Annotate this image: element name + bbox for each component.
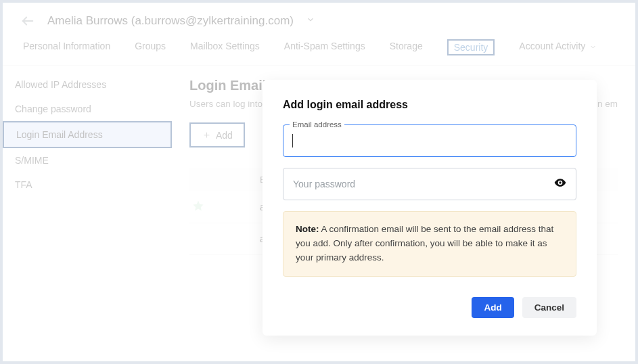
password-input[interactable] <box>283 168 576 200</box>
sidebar-item-smime[interactable]: S/MIME <box>3 148 172 173</box>
sidebar-item-tfa[interactable]: TFA <box>3 173 172 197</box>
modal-add-button[interactable]: Add <box>472 297 514 318</box>
add-login-email-modal: Add login email address Email address No… <box>263 80 597 336</box>
sidebar-item-change-password[interactable]: Change password <box>3 97 172 121</box>
tab-account-activity[interactable]: Account Activity <box>519 39 597 55</box>
eye-icon[interactable] <box>553 176 567 192</box>
note-text: A confirmation email will be sent to the… <box>296 224 553 263</box>
email-float-label: Email address <box>290 120 344 129</box>
note-label: Note: <box>296 224 319 234</box>
back-arrow-icon[interactable] <box>20 14 35 28</box>
add-button[interactable]: ＋ Add <box>189 122 245 147</box>
add-button-label: Add <box>216 130 233 141</box>
sidebar-item-allowed-ip[interactable]: Allowed IP Addresses <box>3 72 172 97</box>
tab-personal-information[interactable]: Personal Information <box>23 39 110 55</box>
modal-cancel-button[interactable]: Cancel <box>522 297 576 318</box>
chevron-down-icon[interactable] <box>306 15 315 27</box>
user-name: Amelia Burrows (a.burrows@zylkertraining… <box>47 14 294 28</box>
tabs: Personal Information Groups Mailbox Sett… <box>3 39 635 66</box>
tab-account-activity-label: Account Activity <box>519 41 585 51</box>
plus-icon: ＋ <box>202 129 212 141</box>
tab-anti-spam-settings[interactable]: Anti-Spam Settings <box>284 39 365 55</box>
sidebar: Allowed IP Addresses Change password Log… <box>3 66 172 357</box>
tab-groups[interactable]: Groups <box>135 39 166 55</box>
page-description: Users can log into <box>189 99 263 109</box>
tab-mailbox-settings[interactable]: Mailbox Settings <box>190 39 260 55</box>
email-field-wrapper: Email address <box>283 124 576 157</box>
email-input[interactable] <box>283 124 576 157</box>
tab-storage[interactable]: Storage <box>390 39 423 55</box>
tab-security[interactable]: Security <box>447 39 495 55</box>
text-cursor <box>292 134 293 147</box>
password-field-wrapper <box>283 168 576 200</box>
modal-title: Add login email address <box>283 99 576 111</box>
note-box: Note: A confirmation email will be sent … <box>283 211 576 277</box>
sidebar-item-login-email-address[interactable]: Login Email Address <box>3 121 172 148</box>
star-icon[interactable] <box>189 200 260 214</box>
